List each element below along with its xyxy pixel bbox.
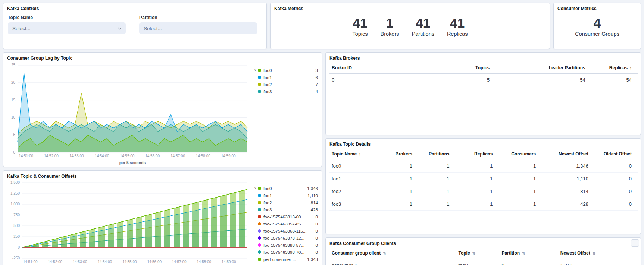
column-header[interactable]: Newest Offset [542, 148, 594, 160]
legend-item[interactable]: foo-1575463878-32... 0 [258, 234, 319, 242]
legend-item[interactable]: foo1 6 [258, 74, 319, 81]
legend-item[interactable]: foo0 1,346 [258, 185, 319, 192]
table-cell: 1 [498, 185, 542, 198]
table-cell: foo2 [329, 185, 378, 198]
svg-text:250: 250 [13, 234, 20, 239]
metric-stat: 41 Topics [352, 16, 368, 37]
table-row: foo211118140 [329, 185, 638, 198]
metric-stat: 4 Consumer Groups [575, 16, 619, 37]
column-header[interactable]: Broker ID [329, 62, 421, 74]
series-color-dot [258, 69, 261, 72]
topic-name-select[interactable]: Select... [8, 22, 126, 34]
column-header[interactable]: Topic ⇅ [455, 247, 498, 259]
column-header[interactable]: Brokers [378, 148, 418, 160]
series-value: 1,110 [307, 193, 318, 198]
column-header[interactable]: Replicas ↑ [591, 62, 638, 74]
lag-chart-row: 051015202514:51:0014:52:0014:53:0014:54:… [3, 62, 322, 166]
legend-item[interactable]: foo0 3 [258, 67, 319, 74]
table-cell: 1 [498, 198, 542, 211]
series-color-dot [258, 187, 261, 190]
legend-item[interactable]: foo-1575463868-116... 0 [258, 227, 319, 234]
svg-text:14:53:00: 14:53:00 [69, 154, 84, 158]
partition-select[interactable]: Select... [139, 22, 257, 34]
table-cell: 1 [498, 160, 542, 173]
legend-collapse-chevron[interactable]: › [253, 67, 258, 95]
table-cell: foo0 [455, 259, 498, 265]
column-header[interactable]: Replicas [455, 148, 498, 160]
series-name: perf-consumer-... [263, 257, 305, 262]
metric-value: 41 [352, 16, 368, 30]
series-name: foo1 [263, 75, 313, 80]
column-header[interactable]: Oldest Offset [594, 148, 638, 160]
legend-item[interactable]: foo-1575463813-60... 0 [258, 213, 319, 220]
table-row: foo111111,1100 [329, 173, 638, 185]
column-header[interactable]: Partitions [418, 148, 455, 160]
legend-item[interactable]: foo-1575463888-57... 0 [258, 242, 319, 249]
panel-title: Consumer Metrics [554, 3, 641, 13]
kafka-brokers-panel: Kafka Brokers Broker IDTopicsLeader Part… [325, 52, 641, 135]
svg-text:0: 0 [18, 245, 20, 249]
column-header[interactable]: Partition ⇅ [498, 247, 557, 259]
series-color-dot [258, 250, 261, 254]
table-cell: foo1 [329, 173, 378, 185]
svg-text:14:52:00: 14:52:00 [44, 154, 59, 158]
svg-text:14:56:00: 14:56:00 [147, 260, 162, 264]
series-color-dot [258, 215, 261, 218]
metric-label: Partitions [412, 31, 434, 37]
column-header[interactable]: Consumers [498, 148, 542, 160]
lag-legend-wrap: › foo0 3 foo1 6 foo2 7 foo3 4 [253, 67, 319, 95]
table-cell: 5 [421, 74, 495, 86]
series-value: 4 [316, 89, 318, 94]
series-name: foo-1575463878-32... [263, 236, 313, 240]
table-cell: 1 [455, 173, 498, 185]
legend-item[interactable]: foo-1575463898-70... 0 [258, 249, 319, 256]
svg-text:-250: -250 [12, 256, 20, 260]
metric-value: 41 [447, 16, 468, 30]
legend-item[interactable]: foo1 1,110 [258, 192, 319, 199]
svg-text:14:58:00: 14:58:00 [197, 260, 211, 264]
legend-item[interactable]: foo2 814 [258, 199, 319, 206]
chevron-down-icon[interactable] [117, 26, 122, 31]
column-header[interactable]: Topics [421, 62, 495, 74]
svg-text:1,250: 1,250 [10, 191, 20, 195]
offsets-chart-row: -25002505007501,0001,2501,50014:51:0014:… [3, 180, 322, 265]
series-name: foo3 [263, 89, 313, 94]
column-header[interactable]: Consumer group client ⇅ [329, 247, 455, 259]
panel-title: Consumer Group Lag by Topic [3, 53, 322, 62]
svg-text:20: 20 [11, 81, 16, 85]
kafka-topic-details-panel: Kafka Topic Details Topic Name ↑BrokersP… [325, 138, 641, 234]
svg-text:14:59:00: 14:59:00 [221, 154, 236, 158]
brokers-table: Broker IDTopicsLeader PartitionsReplicas… [329, 62, 638, 86]
svg-text:500: 500 [13, 224, 20, 228]
table-cell: 0 [329, 74, 421, 86]
table-cell: 428 [542, 198, 594, 211]
legend-item[interactable]: foo3 428 [258, 206, 319, 213]
panel-title: Kafka Controls [3, 3, 266, 13]
sort-asc-icon: ↑ [630, 66, 632, 70]
legend-item[interactable]: foo2 7 [258, 81, 319, 88]
column-header[interactable]: Topic Name ↑ [329, 148, 378, 160]
sortable-icon: ⇅ [383, 251, 386, 255]
metric-label: Replicas [447, 31, 468, 37]
metric-value: 41 [412, 16, 434, 30]
column-header[interactable]: Leader Partitions [495, 62, 591, 74]
table-cell: 1 [378, 160, 418, 173]
svg-text:14:57:00: 14:57:00 [172, 260, 187, 264]
metric-label: Consumer Groups [575, 31, 619, 37]
series-color-dot [258, 90, 261, 93]
legend-item[interactable]: foo3 4 [258, 88, 319, 95]
svg-text:10: 10 [11, 115, 16, 119]
panel-title: Kafka Topic Details [326, 139, 641, 148]
panel-options-button[interactable]: ··· [631, 239, 639, 247]
legend-item[interactable]: foo-1575463857-85... 0 [258, 220, 319, 227]
svg-text:1,000: 1,000 [10, 202, 20, 206]
kafka-controls-panel: Kafka Controls Topic Name Select... Part… [3, 3, 267, 49]
consumer-clients-table-wrap: Consumer group client ⇅Topic ⇅Partition … [326, 247, 641, 265]
column-header[interactable]: Newest Offset ⇅ [557, 247, 638, 259]
controls-row: Topic Name Select... Partition Select... [3, 13, 266, 34]
legend-item[interactable]: perf-consumer-... 1,343 [258, 256, 319, 263]
table-cell: 1 [378, 185, 418, 198]
table-cell: foo0 [329, 160, 378, 173]
legend-collapse-chevron[interactable]: › [253, 185, 258, 263]
topic-name-field: Topic Name Select... [8, 15, 126, 34]
